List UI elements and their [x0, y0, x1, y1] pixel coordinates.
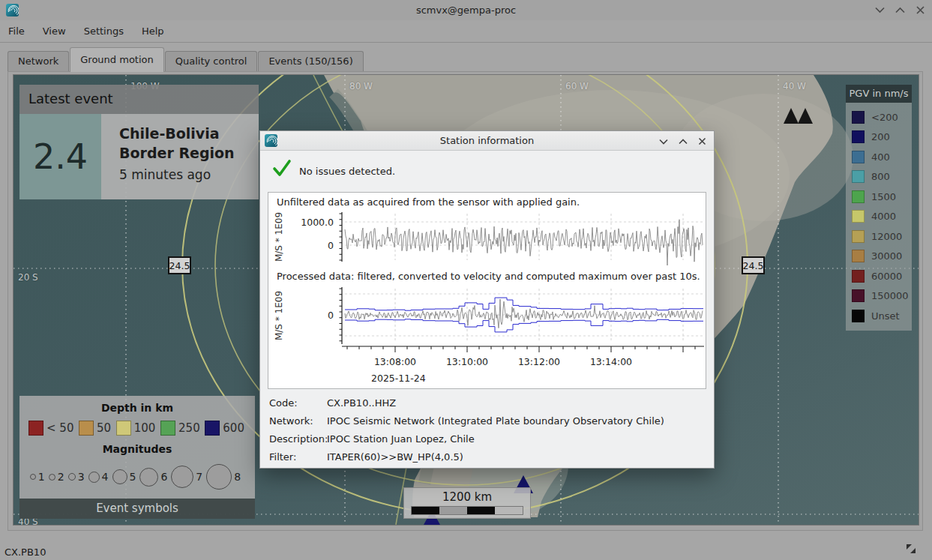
tab-quality-control[interactable]: Quality control: [165, 51, 258, 72]
magnitude-scale: 12345678: [19, 455, 255, 499]
pgv-legend-title: PGV in nm/s: [846, 85, 912, 103]
magnitude-circle: [30, 474, 36, 480]
magnitude-label: 4: [102, 471, 109, 483]
pgv-legend-label: 400: [871, 151, 890, 163]
depth-color-swatch: [79, 421, 94, 436]
menu-settings[interactable]: Settings: [77, 22, 130, 40]
depth-color-swatch: [205, 421, 220, 436]
depth-legend-item: 250: [160, 421, 200, 436]
magnitude-scale-item: 8: [206, 464, 241, 490]
ring-distance-label-right: 24.5: [742, 256, 765, 274]
plot1-caption: Unfiltered data as acquired from the sen…: [277, 196, 580, 208]
tab-bar: Network Ground motion Quality control Ev…: [7, 47, 364, 72]
pgv-legend-label: 4000: [871, 211, 896, 222]
dialog-shade-button[interactable]: [658, 136, 669, 147]
pgv-legend-label: <200: [871, 112, 898, 123]
depth-legend-entries: < 5050100250600: [19, 414, 255, 439]
svg-text:0: 0: [328, 310, 334, 321]
svg-text:13:14:00: 13:14:00: [590, 356, 632, 367]
latest-event-panel: Latest event 2.4 Chile-Bolivia Border Re…: [19, 85, 259, 199]
detail-label: Filter:: [269, 451, 327, 463]
window-maximize-button[interactable]: [895, 4, 906, 16]
menu-help[interactable]: Help: [135, 22, 171, 40]
dialog-status-text: No issues detected.: [299, 166, 395, 177]
window-close-button[interactable]: [915, 4, 926, 16]
window-shade-button[interactable]: [874, 4, 886, 16]
magnitude-scale-item: 2: [49, 471, 64, 483]
window-titlebar[interactable]: scmvx@gempa-proc: [0, 0, 932, 20]
magnitude-label: 8: [234, 471, 241, 483]
pgv-legend-row: Unset: [852, 306, 912, 326]
magnitude-label: 5: [130, 471, 136, 483]
magnitude-label: 2: [58, 471, 64, 483]
magnitude-circle: [49, 474, 55, 481]
tab-events[interactable]: Events (150/156): [258, 51, 363, 72]
tab-ground-motion[interactable]: Ground motion: [70, 47, 163, 72]
pgv-legend-label: 200: [871, 131, 890, 142]
map-scale: 1200 km: [403, 487, 531, 519]
pgv-color-swatch: [852, 289, 865, 302]
svg-text:1000.0: 1000.0: [301, 217, 334, 228]
pgv-color-swatch: [852, 170, 865, 183]
magnitude-label: 7: [196, 471, 202, 483]
resize-grip-icon[interactable]: [904, 541, 919, 559]
depth-legend-label: 100: [134, 421, 156, 435]
station-information-dialog: Station information No issues detected. …: [259, 130, 715, 469]
detail-value: ITAPER(60)>>BW_HP(4,0.5): [327, 451, 463, 463]
detail-value: CX.PB10..HHZ: [327, 397, 396, 409]
pgv-legend-label: 150000: [871, 290, 909, 301]
pgv-legend-row: 4000: [852, 207, 912, 227]
pgv-color-swatch: [852, 250, 865, 262]
waveform-panel[interactable]: Unfiltered data as acquired from the sen…: [268, 192, 706, 389]
ring-distance-label-left: 24.5: [168, 256, 191, 274]
depth-legend-item: 50: [79, 421, 111, 436]
magnitude-circle: [206, 464, 232, 490]
detail-label: Network:: [269, 415, 327, 427]
dialog-close-button[interactable]: [697, 136, 708, 147]
event-magnitude-value: 2.4: [19, 114, 101, 199]
tab-network[interactable]: Network: [7, 51, 69, 72]
depth-legend-label: < 50: [46, 421, 73, 435]
magnitude-circle: [112, 469, 127, 484]
statusbar-station-code: CX.PB10: [4, 547, 46, 558]
pgv-legend-entries: <200200400800150040001200030000600001500…: [846, 103, 912, 331]
pgv-legend-row: 800: [852, 167, 912, 187]
depth-color-swatch: [116, 421, 131, 436]
map-scale-bar: [412, 507, 523, 514]
menu-file[interactable]: File: [1, 22, 31, 40]
depth-legend-item: 600: [205, 421, 244, 436]
magnitude-label: 3: [78, 471, 85, 483]
magnitude-circle: [68, 473, 76, 481]
status-ok-check-icon: [271, 157, 292, 181]
detail-row-network: Network: IPOC Seismic Network (Integrate…: [269, 415, 664, 427]
detail-value: IPOC Station Juan Lopez, Chile: [327, 433, 475, 445]
depth-color-swatch: [28, 421, 43, 436]
pgv-legend-label: 30000: [871, 250, 902, 262]
detail-row-description: Description: IPOC Station Juan Lopez, Ch…: [269, 433, 475, 445]
dialog-title: Station information: [260, 135, 714, 146]
waveform-charts: 1000.00M/S * 1E090M/S * 1E0913:08:0013:1…: [268, 193, 706, 388]
pgv-legend-row: 200: [852, 127, 912, 148]
depth-legend-item: 100: [116, 421, 156, 436]
meridian-label-60w: 60 W: [565, 81, 589, 91]
pgv-legend-row: 30000: [852, 247, 912, 267]
magnitude-scale-item: 6: [139, 468, 167, 487]
event-region: Chile-Bolivia Border Region: [119, 124, 247, 163]
plot2-caption: Processed data: filtered, converted to v…: [277, 271, 700, 282]
magnitude-circle: [171, 466, 193, 488]
dialog-maximize-button[interactable]: [677, 136, 688, 147]
pgv-color-swatch: [852, 190, 865, 203]
parallel-label-20s: 20 S: [18, 272, 38, 283]
magnitude-scale-item: 3: [68, 471, 85, 483]
magnitude-scale-item: 4: [88, 471, 109, 483]
event-time-ago: 5 minutes ago: [119, 167, 259, 182]
dialog-titlebar[interactable]: Station information: [260, 131, 714, 151]
detail-label: Code:: [269, 397, 327, 409]
pgv-legend-row: 1500: [852, 187, 912, 207]
magnitude-scale-item: 1: [30, 471, 45, 483]
detail-row-code: Code: CX.PB10..HHZ: [269, 397, 396, 409]
pgv-legend-row: 12000: [852, 226, 912, 247]
depth-legend-label: 50: [97, 421, 111, 435]
menu-view[interactable]: View: [36, 22, 73, 40]
meridian-label-80w: 80 W: [349, 81, 373, 91]
